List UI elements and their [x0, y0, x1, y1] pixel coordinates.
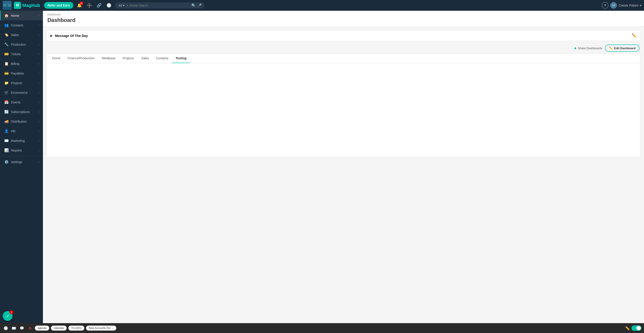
- chevron-right-icon: ›: [38, 101, 39, 104]
- chevron-right-icon: ›: [38, 160, 39, 164]
- reports-icon: 📊: [4, 148, 9, 152]
- chevron-right-icon: ›: [38, 82, 39, 85]
- hr-icon: 👤: [4, 129, 9, 133]
- sidebar-item-payables[interactable]: 💳 Payables ›: [0, 69, 43, 78]
- search-filter-select[interactable]: All: [118, 4, 126, 8]
- tabs-bar: Home Finance/Production Metabase Project…: [47, 54, 640, 63]
- task-fab-button[interactable]: ✓ 1: [3, 311, 12, 321]
- tab-content-area: [47, 63, 640, 157]
- share-icon: ●: [574, 46, 577, 51]
- chat-bottom-icon[interactable]: 💬: [19, 326, 25, 330]
- share-dashboards-button[interactable]: ● Share Dashboards: [574, 46, 602, 51]
- production-icon: 🔧: [4, 42, 9, 47]
- sidebar-item-settings[interactable]: ⚙️ Settings ›: [0, 157, 43, 167]
- contacts-icon: 👥: [4, 23, 9, 27]
- sidebar-item-marketing[interactable]: ✉️ Marketing ›: [0, 136, 43, 145]
- alert-bottom-icon[interactable]: ⊕: [27, 326, 33, 330]
- share-label: Share Dashboards: [578, 47, 602, 50]
- chevron-right-icon: ›: [38, 33, 39, 37]
- link-icon-button[interactable]: 🔗: [95, 2, 103, 9]
- sidebar-item-tickets[interactable]: 🎫 Tickets ›: [0, 49, 43, 59]
- calendar-tag[interactable]: calendar: [51, 325, 67, 330]
- sidebar-item-ecommerce[interactable]: 🛒 Ecommerce ›: [0, 88, 43, 97]
- motd-edit-icon[interactable]: ✏️: [632, 33, 636, 38]
- motd-card: ▶ Message Of The Day ✏️: [46, 30, 640, 41]
- sidebar-item-events[interactable]: 📅 Events ›: [0, 97, 43, 107]
- sidebar-item-reports[interactable]: 📊 Reports ›: [0, 145, 43, 155]
- home-icon: 🏠: [4, 14, 9, 18]
- chevron-right-icon: ›: [38, 110, 39, 114]
- todos-tag[interactable]: TO-DO's: [68, 325, 84, 330]
- breadcrumb: Dashboard: [48, 13, 640, 16]
- refer-earn-button[interactable]: Refer and Earn: [44, 2, 74, 9]
- dashboard-tabs-card: Home Finance/Production Metabase Project…: [46, 54, 640, 157]
- sidebar-item-projects[interactable]: 📁 Projects ›: [0, 78, 43, 88]
- help-icon-button[interactable]: ?: [602, 2, 608, 9]
- email-bottom-icon[interactable]: ✉️: [11, 326, 17, 330]
- clock-bottom-icon[interactable]: 🕐: [3, 326, 9, 330]
- tickets-icon: 🎫: [4, 52, 9, 56]
- chevron-right-icon: ›: [38, 62, 39, 65]
- chevron-right-icon: ›: [38, 130, 39, 133]
- bottom-toggle[interactable]: [632, 325, 641, 331]
- logo-area: M MagHub: [14, 2, 40, 9]
- sidebar-item-billing[interactable]: 📋 Billing ›: [0, 59, 43, 69]
- notification-badge: 27: [80, 2, 83, 5]
- billing-icon: 📋: [4, 62, 9, 66]
- content-area: ▶ Message Of The Day ✏️ ● Share Dashboar…: [43, 27, 644, 323]
- global-search-input[interactable]: [130, 4, 190, 7]
- payables-icon: 💳: [4, 71, 9, 75]
- add-icon-button[interactable]: ➕: [86, 2, 93, 9]
- motd-expand-icon[interactable]: ▶: [50, 34, 53, 37]
- user-name-label: Cassie Pataro: [619, 4, 638, 7]
- edit-label: Edit Dashboard: [614, 47, 636, 50]
- distribution-icon: 🚚: [4, 119, 9, 124]
- sidebar-item-production[interactable]: 🔧 Production ›: [0, 40, 43, 49]
- tab-home[interactable]: Home: [48, 54, 64, 63]
- chevron-right-icon: ›: [38, 53, 39, 56]
- ecommerce-icon: 🛒: [4, 90, 9, 95]
- logo-icon: M: [14, 2, 21, 9]
- chevron-right-icon: ›: [38, 91, 39, 94]
- search-icon: 🔍: [192, 3, 196, 8]
- sidebar-item-hr[interactable]: 👤 HR ›: [0, 126, 43, 136]
- app-body: 🏠 Home › 👥 Contacts › 🏷️ Sales › 🔧 Produ…: [0, 11, 644, 323]
- sales-icon: 🏷️: [4, 33, 9, 37]
- sidebar-item-contacts[interactable]: 👥 Contacts ›: [0, 20, 43, 30]
- motd-title: Message Of The Day: [55, 34, 630, 38]
- tab-testing[interactable]: Testing: [172, 54, 190, 63]
- chevron-right-icon: ›: [38, 149, 39, 152]
- task-count-badge: 1: [10, 310, 14, 314]
- chevron-right-icon: ›: [38, 43, 39, 46]
- user-avatar: CP: [610, 2, 617, 9]
- sidebar-item-home[interactable]: 🏠 Home ›: [0, 11, 43, 20]
- action-row: ● Share Dashboards ✏️ Edit Dashboard: [46, 45, 640, 52]
- page-title: Dashboard: [48, 17, 640, 23]
- notifications-icon-button[interactable]: 🔔 27: [76, 2, 83, 9]
- clock-icon-button[interactable]: 🕐: [105, 2, 113, 9]
- pencil-bottom-icon[interactable]: ✏️: [625, 326, 630, 330]
- app-logo[interactable]: [3, 1, 12, 10]
- page-header: Dashboard Dashboard: [43, 11, 644, 27]
- sidebar-item-distribution[interactable]: 🚚 Distribution ›: [0, 117, 43, 126]
- agenda-tag[interactable]: agenda: [35, 325, 49, 330]
- user-menu-button[interactable]: Cassie Pataro ▾: [619, 4, 641, 7]
- sidebar-item-subscriptions[interactable]: 🔄 Subscriptions ›: [0, 107, 43, 117]
- bottom-bar: 🕐 ✉️ 💬 ⊕ agenda calendar TO-DO's New Acc…: [0, 323, 644, 333]
- global-search-area: All ▾ 🔍 🎤: [115, 3, 204, 9]
- task-check-icon: ✓: [6, 313, 10, 319]
- microphone-icon[interactable]: 🎤: [197, 3, 202, 8]
- tab-sales[interactable]: Sales: [138, 54, 152, 63]
- chevron-right-icon: ›: [38, 72, 39, 75]
- tab-contacts[interactable]: Contacts: [152, 54, 172, 63]
- chevron-right-icon: ›: [38, 139, 39, 142]
- edit-dashboard-button[interactable]: ✏️ Edit Dashboard: [605, 45, 640, 52]
- tab-metabase[interactable]: Metabase: [98, 54, 119, 63]
- tab-projects[interactable]: Projects: [119, 54, 138, 63]
- new-accounts-tag[interactable]: New Accounts Per ...: [86, 325, 116, 330]
- sidebar-item-sales[interactable]: 🏷️ Sales ›: [0, 30, 43, 40]
- tab-finance-production[interactable]: Finance/Production: [64, 54, 98, 63]
- marketing-icon: ✉️: [4, 139, 9, 143]
- settings-icon: ⚙️: [4, 160, 9, 164]
- chevron-down-icon: ▾: [127, 4, 128, 7]
